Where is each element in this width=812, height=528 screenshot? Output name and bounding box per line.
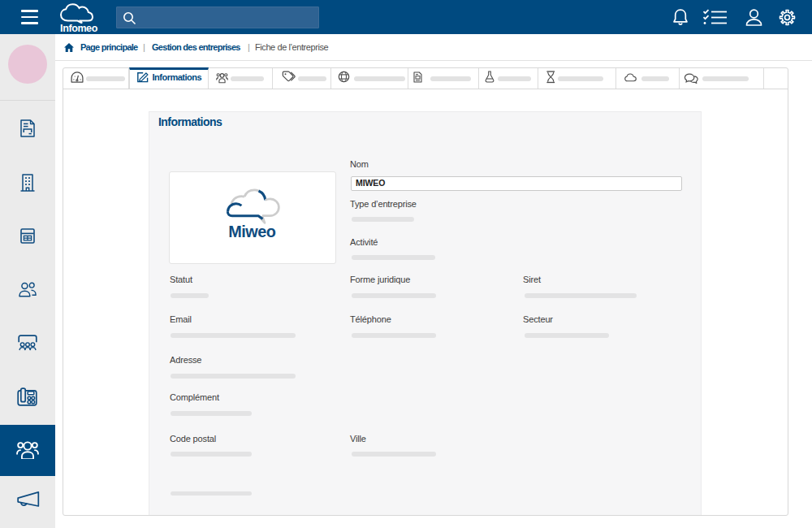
svg-text:Miweo: Miweo <box>228 223 276 240</box>
